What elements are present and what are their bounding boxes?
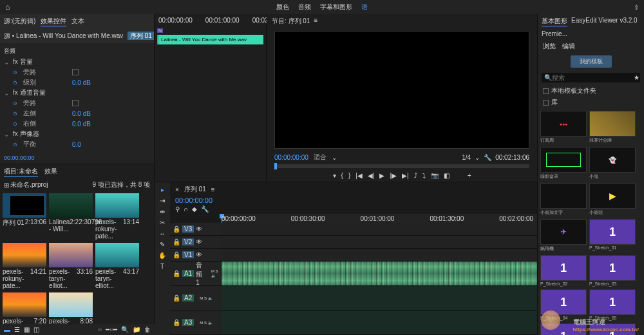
tab-color[interactable]: 颜色 — [276, 3, 289, 12]
effects-timecode[interactable]: 00:00:00:00 — [0, 152, 154, 164]
libraries-checkbox[interactable] — [543, 100, 549, 106]
video-track[interactable] — [222, 236, 537, 249]
template-item[interactable]: P_Stretch_02 — [540, 255, 587, 287]
play-icon[interactable]: ▶ — [379, 172, 384, 179]
step-back-icon[interactable]: ◀| — [368, 172, 375, 179]
audio-track-header[interactable]: 🔒A2M S 🔈 — [170, 286, 222, 311]
slip-tool-icon[interactable]: ↔ — [159, 230, 166, 237]
template-item[interactable]: 紙飛機 — [540, 219, 587, 253]
template-item[interactable]: 小鬼 — [589, 147, 636, 180]
compare-icon[interactable]: ◧ — [444, 172, 450, 179]
export-frame-icon[interactable]: 📷 — [431, 172, 439, 179]
template-item[interactable]: 球赛计分牌 — [589, 111, 636, 144]
project-bin-item[interactable]: pexels-rokuny-pate...13:14 — [95, 193, 139, 240]
bin-icon[interactable]: ⊞ — [4, 182, 9, 189]
source-monitor: 00:00:00:00 00:01:00:00 00:02:00:00 fx L… — [155, 14, 267, 182]
tab-effects[interactable]: 效果 — [44, 167, 57, 177]
link-icon[interactable]: ∩ — [184, 206, 188, 213]
resolution[interactable]: 1/4 — [462, 154, 471, 161]
zoom-fit[interactable]: 适合 — [314, 153, 327, 162]
time-ruler[interactable]: 00:00:00:0000:00:30:0000:01:00:0000:01:3… — [222, 214, 537, 223]
tab-lang[interactable]: 语 — [361, 3, 368, 12]
project-bin-item[interactable]: pexels-rokuny-pate...14:21 — [3, 243, 46, 290]
type-tool-icon[interactable]: T — [160, 263, 164, 270]
project-bin-item[interactable]: pexels-taryn-elliot...43:17 — [95, 243, 139, 290]
tab-graphics[interactable]: 字幕和图形 — [320, 3, 352, 12]
video-track[interactable] — [222, 249, 537, 262]
program-viewport[interactable] — [274, 31, 529, 149]
project-bin-item[interactable]: pexels-taryn-elliot...33:16 — [49, 243, 93, 290]
mark-out-icon[interactable]: } — [348, 172, 350, 179]
hand-tool-icon[interactable]: ✋ — [158, 252, 166, 259]
template-item[interactable]: P_Stretch_05 — [589, 289, 636, 321]
local-templates-checkbox[interactable] — [543, 88, 549, 94]
video-track-header[interactable]: 🔒V1👁 — [170, 249, 222, 262]
go-out-icon[interactable]: ▶| — [402, 172, 409, 179]
template-item[interactable]: 订阅周 — [540, 111, 587, 144]
template-item[interactable]: 小箭頭 — [589, 183, 636, 216]
wrench-icon[interactable]: 🔧 — [201, 206, 209, 213]
favorite-icon[interactable]: ★ — [634, 74, 639, 81]
source-clip[interactable]: Lalinea - Will You Dance with Me.wav — [157, 35, 263, 44]
new-bin-icon[interactable]: 📁 — [133, 326, 140, 333]
audio-track-header[interactable]: 🔒A3M S 🔈 — [170, 311, 222, 335]
search-input[interactable] — [552, 74, 634, 81]
audio-clip[interactable] — [222, 262, 537, 285]
audio-track[interactable] — [222, 262, 537, 286]
marker-icon[interactable]: ◆ — [192, 206, 197, 213]
project-bin-item[interactable]: Lalinea - Will...2:22:30796 — [49, 193, 93, 240]
sequence-name[interactable]: 序列 01 — [184, 185, 206, 194]
track-select-tool-icon[interactable]: ⇥ — [160, 197, 165, 204]
trash-icon[interactable]: 🗑 — [144, 326, 151, 333]
my-templates-button[interactable]: 我的模板 — [571, 55, 612, 68]
panel-menu-icon[interactable]: ≡ — [314, 17, 317, 26]
step-fwd-icon[interactable]: |▶ — [390, 172, 397, 179]
extract-icon[interactable]: ⤵ — [422, 172, 426, 179]
template-item[interactable]: 绿影盒罩 — [540, 147, 587, 180]
template-item[interactable]: P_Stretch_01 — [589, 219, 636, 253]
tab-project[interactable]: 项目:未命名 — [4, 167, 38, 177]
settings-icon[interactable]: 🔧 — [484, 154, 491, 161]
lift-icon[interactable]: ⤴ — [414, 172, 417, 179]
add-marker-icon[interactable]: ▾ — [333, 172, 336, 179]
tab-audio[interactable]: 音频 — [298, 3, 311, 12]
icon-view-icon[interactable]: ▦ — [24, 326, 30, 333]
selection-tool-icon[interactable]: ▸ — [161, 186, 164, 193]
tab-source[interactable]: 源:(无剪辑) — [4, 17, 35, 26]
pen-tool-icon[interactable]: ✎ — [160, 241, 165, 248]
share-icon[interactable]: ⇪ — [634, 4, 639, 11]
list-view-icon[interactable]: ☰ — [14, 326, 20, 333]
snap-icon[interactable]: ⚲ — [175, 206, 180, 213]
program-scrubber[interactable] — [274, 164, 529, 168]
audio-track[interactable] — [222, 286, 537, 311]
template-item[interactable]: P_Stretch_03 — [589, 255, 636, 287]
program-timecode[interactable]: 00:00:00:00 — [274, 154, 308, 161]
audio-track[interactable] — [222, 311, 537, 335]
plus-icon[interactable]: + — [468, 172, 471, 179]
video-track[interactable] — [222, 223, 537, 236]
freeform-icon[interactable]: ◫ — [33, 326, 39, 333]
template-search[interactable]: 🔍 ★ — [542, 73, 640, 82]
mark-in-icon[interactable]: { — [341, 172, 343, 179]
home-icon[interactable]: ⌂ — [5, 3, 10, 12]
tab-text[interactable]: 文本 — [71, 17, 84, 26]
tab-effect-controls[interactable]: 效果控件 — [41, 17, 66, 26]
razor-tool-icon[interactable]: ✂ — [160, 219, 165, 226]
ripple-tool-icon[interactable]: ⇹ — [160, 208, 165, 215]
new-item-icon[interactable]: ▬ — [4, 326, 10, 333]
audio-track-header[interactable]: 🔒A1音频 1M S 🔈 — [170, 262, 222, 286]
tab-premiere[interactable]: Premie... — [542, 30, 567, 37]
go-in-icon[interactable]: |◀ — [355, 172, 363, 179]
tab-essential-graphics[interactable]: 基本图形 — [542, 17, 567, 26]
search-icon[interactable]: 🔍 — [121, 326, 129, 333]
subtab-browse[interactable]: 浏览 — [543, 42, 556, 51]
tab-easyedit[interactable]: EasyEdit Viewer v3.2.0 — [571, 17, 638, 26]
template-item[interactable]: 小箭加文字 — [540, 183, 587, 216]
timeline-timecode[interactable]: 00:00:00:00 — [170, 196, 537, 204]
template-item[interactable] — [589, 323, 636, 335]
project-bin-item[interactable]: 序列 012:13:06 — [3, 193, 46, 240]
slider-icon[interactable]: ━○━ — [106, 326, 117, 333]
subtab-edit[interactable]: 编辑 — [562, 42, 575, 51]
video-track-header[interactable]: 🔒V3👁 — [170, 223, 222, 236]
video-track-header[interactable]: 🔒V2👁 — [170, 236, 222, 249]
